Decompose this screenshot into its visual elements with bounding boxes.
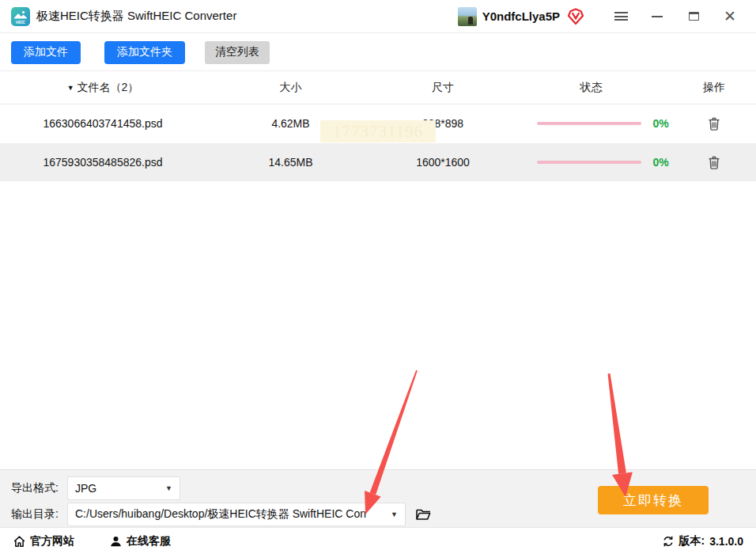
version-info: 版本: 3.1.0.0 <box>662 534 744 548</box>
svg-text:HEIC: HEIC <box>16 20 25 25</box>
output-dir-label: 输出目录: <box>11 507 67 522</box>
header-filename[interactable]: ▼ 文件名（2） <box>0 81 206 95</box>
file-name: 1675930358485826.psd <box>0 156 206 169</box>
sort-desc-icon: ▼ <box>67 84 74 92</box>
add-files-button[interactable]: 添加文件 <box>11 41 81 64</box>
toolbar: 添加文件 添加文件夹 清空列表 <box>0 34 756 71</box>
file-status: 0% <box>510 156 672 169</box>
file-status: 0% <box>510 117 672 130</box>
progress-bar <box>537 122 641 125</box>
file-name: 1663066403741458.psd <box>0 117 206 130</box>
footer: 官方网站 在线客服 版本: 3.1.0.0 <box>0 527 756 554</box>
chevron-down-icon: ▼ <box>391 510 398 518</box>
close-button[interactable]: ✕ <box>712 0 748 33</box>
progress-percent: 0% <box>652 156 668 169</box>
version-label: 版本: <box>679 534 705 548</box>
header-action: 操作 <box>672 81 756 95</box>
header-dimensions: 尺寸 <box>376 81 510 95</box>
export-format-select[interactable]: JPG ▼ <box>67 476 180 500</box>
convert-now-button[interactable]: 立即转换 <box>598 486 709 514</box>
refresh-icon[interactable] <box>662 535 675 548</box>
table-header: ▼ 文件名（2） 大小 尺寸 状态 操作 <box>0 71 756 104</box>
export-format-value: JPG <box>75 482 161 495</box>
file-size: 14.65MB <box>206 156 376 169</box>
chevron-down-icon: ▼ <box>165 484 172 492</box>
header-size: 大小 <box>206 81 376 95</box>
maximize-button[interactable] <box>675 0 712 33</box>
delete-icon[interactable] <box>707 155 721 170</box>
browse-folder-icon[interactable] <box>414 505 433 524</box>
output-dir-select[interactable]: C:/Users/huibang/Desktop/极速HEIC转换器 Swift… <box>67 503 406 526</box>
output-dir-value: C:/Users/huibang/Desktop/极速HEIC转换器 Swift… <box>75 507 386 522</box>
header-status: 状态 <box>510 81 672 95</box>
file-dimensions: 1600*1600 <box>376 156 510 169</box>
app-logo-icon: HEIC <box>11 7 30 26</box>
clear-list-button[interactable]: 清空列表 <box>205 41 270 64</box>
table-row[interactable]: 1675930358485826.psd 14.65MB 1600*1600 0… <box>0 143 756 181</box>
settings-panel: 导出格式: JPG ▼ 输出目录: C:/Users/huibang/Deskt… <box>0 469 756 527</box>
minimize-button[interactable] <box>639 0 675 33</box>
online-support-link[interactable]: 在线客服 <box>109 534 171 548</box>
username[interactable]: Y0ndfcLlya5P <box>482 9 560 23</box>
person-icon <box>109 535 123 548</box>
add-folder-button[interactable]: 添加文件夹 <box>104 41 185 64</box>
delete-icon[interactable] <box>707 116 721 131</box>
version-value: 3.1.0.0 <box>709 535 743 548</box>
home-icon <box>13 535 26 548</box>
watermark: 1773731196 <box>320 120 436 142</box>
title-bar: HEIC 极速HEIC转换器 SwiftHEIC Converter Y0ndf… <box>0 0 756 33</box>
user-avatar[interactable] <box>458 7 477 26</box>
menu-icon[interactable] <box>603 0 639 33</box>
official-site-link[interactable]: 官方网站 <box>13 534 74 548</box>
export-format-label: 导出格式: <box>11 481 67 495</box>
app-window: HEIC 极速HEIC转换器 SwiftHEIC Converter Y0ndf… <box>0 0 756 554</box>
progress-percent: 0% <box>652 117 668 130</box>
app-title: 极速HEIC转换器 SwiftHEIC Converter <box>36 9 236 24</box>
progress-bar <box>537 161 641 164</box>
vip-badge-icon[interactable] <box>566 7 585 26</box>
